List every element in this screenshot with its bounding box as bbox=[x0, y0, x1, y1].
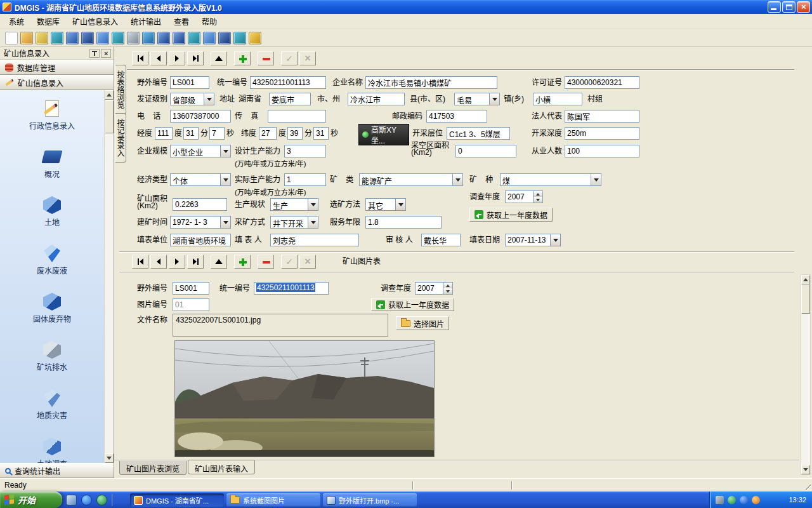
layer-input[interactable] bbox=[447, 127, 510, 140]
copy-icon[interactable] bbox=[96, 32, 109, 44]
lat-sec-input[interactable] bbox=[313, 127, 329, 140]
start-button[interactable]: 开始 bbox=[0, 491, 62, 508]
field-no-input[interactable] bbox=[170, 76, 209, 89]
economy-type-combo[interactable]: 个体 bbox=[170, 173, 231, 186]
nav-delete-button[interactable] bbox=[258, 255, 274, 269]
refresh-icon[interactable] bbox=[51, 32, 63, 44]
built-time-combo[interactable]: 1972- 1- 3 bbox=[170, 216, 231, 229]
scroll-up-button[interactable] bbox=[801, 275, 810, 284]
taskbar-task-folder[interactable]: 系统截图图片 bbox=[226, 493, 320, 507]
map-icon[interactable] bbox=[233, 32, 246, 44]
sidebar-item-wastewater[interactable]: 废水废液 bbox=[4, 243, 100, 276]
mine-class-combo[interactable]: 能源矿产 bbox=[359, 173, 463, 186]
nav-first-button[interactable] bbox=[132, 255, 148, 269]
tab-picture-browse[interactable]: 矿山图片表浏览 bbox=[119, 461, 187, 475]
nav-insert-button[interactable] bbox=[234, 255, 251, 269]
nav-last-button[interactable] bbox=[187, 255, 204, 269]
print-icon[interactable] bbox=[127, 32, 140, 44]
service-life-input[interactable] bbox=[365, 216, 442, 229]
chevron-down-icon[interactable] bbox=[550, 234, 560, 246]
sidebar-item-solid-waste[interactable]: 固体废弃物 bbox=[4, 291, 100, 324]
menu-view[interactable]: 查看 bbox=[167, 14, 195, 29]
chevron-down-icon[interactable] bbox=[220, 217, 230, 228]
production-status-combo[interactable]: 生产 bbox=[270, 198, 318, 211]
sidebar-item-admin-info[interactable]: 行政信息录入 bbox=[4, 98, 100, 131]
alert-icon[interactable] bbox=[752, 496, 760, 504]
sidebar-item-overview[interactable]: 概况 bbox=[4, 146, 100, 179]
sidebar-item-query-output[interactable]: 查询统计输出 bbox=[0, 463, 114, 478]
sidebar-item-database-manage[interactable]: 数据库管理 bbox=[0, 60, 114, 75]
close-button[interactable]: × bbox=[797, 1, 810, 13]
zip-input[interactable] bbox=[426, 110, 487, 123]
spin-down-icon[interactable] bbox=[534, 197, 542, 203]
nav-next-button[interactable] bbox=[169, 255, 185, 269]
pic-no-input[interactable] bbox=[173, 298, 209, 311]
chevron-down-icon[interactable] bbox=[395, 199, 405, 210]
depth-input[interactable] bbox=[565, 127, 639, 140]
sidebar-item-pit-drainage[interactable]: 矿坑排水 bbox=[4, 339, 100, 372]
picture-scrollbar[interactable] bbox=[801, 274, 811, 475]
sidebar-item-geo-hazard[interactable]: 地质灾害 bbox=[4, 387, 100, 420]
pic-uniform-no-input[interactable]: 43250211001113 bbox=[254, 282, 329, 295]
lon-min-input[interactable] bbox=[183, 127, 199, 140]
columns-icon[interactable] bbox=[203, 32, 216, 44]
fill-org-input[interactable] bbox=[170, 234, 231, 246]
prefecture-input[interactable] bbox=[348, 93, 405, 105]
license-input[interactable] bbox=[565, 76, 639, 89]
tab-picture-input[interactable]: 矿山图片表输入 bbox=[188, 460, 255, 474]
pic-field-no-input[interactable] bbox=[173, 282, 209, 295]
actual-capacity-input[interactable] bbox=[284, 173, 326, 186]
chevron-down-icon[interactable] bbox=[204, 93, 214, 105]
spin-down-icon[interactable] bbox=[443, 288, 452, 294]
nav-next-button[interactable] bbox=[169, 51, 185, 65]
town-input[interactable] bbox=[533, 93, 582, 105]
fax-input[interactable] bbox=[268, 110, 326, 123]
pic-fetch-previous-year-button[interactable]: 获取上一年度数据 bbox=[371, 298, 454, 311]
lon-sec-input[interactable] bbox=[209, 127, 225, 140]
chevron-down-icon[interactable] bbox=[220, 145, 230, 157]
chevron-down-icon[interactable] bbox=[591, 174, 601, 185]
filler-input[interactable] bbox=[270, 234, 359, 246]
sidebar-close-button[interactable] bbox=[101, 49, 111, 58]
beneficiation-combo[interactable]: 其它 bbox=[365, 198, 406, 211]
nav-delete-button[interactable] bbox=[258, 51, 274, 65]
city-input[interactable] bbox=[269, 93, 311, 105]
chevron-down-icon[interactable] bbox=[308, 199, 318, 210]
maximize-button[interactable] bbox=[782, 1, 796, 13]
auditor-input[interactable] bbox=[421, 234, 461, 246]
buildings-icon[interactable] bbox=[218, 32, 231, 44]
move-down-icon[interactable] bbox=[173, 32, 185, 44]
lon-deg-input[interactable] bbox=[155, 127, 173, 140]
design-capacity-input[interactable] bbox=[284, 145, 326, 157]
pin-button[interactable] bbox=[89, 49, 100, 58]
scroll-up-button[interactable] bbox=[105, 90, 114, 100]
mine-area-input[interactable] bbox=[173, 198, 227, 211]
file-name-box[interactable]: 4325022007LS00101.jpg bbox=[173, 314, 388, 337]
open-icon[interactable] bbox=[20, 32, 33, 44]
sidebar-item-land[interactable]: 土地 bbox=[4, 194, 100, 227]
mine-kind-combo[interactable]: 煤 bbox=[500, 173, 601, 186]
fill-date-combo[interactable]: 2007-11-13 bbox=[505, 234, 561, 246]
nav-last-button[interactable] bbox=[187, 51, 204, 65]
tab-table-browse[interactable]: 按表格浏览 bbox=[115, 65, 126, 114]
lat-min-input[interactable] bbox=[287, 127, 303, 140]
nav-up-button[interactable] bbox=[211, 51, 227, 65]
database-icon[interactable] bbox=[81, 32, 94, 44]
table-icon[interactable] bbox=[66, 32, 79, 44]
antivirus-icon[interactable] bbox=[728, 496, 736, 504]
mining-mode-combo[interactable]: 井下开采 bbox=[270, 216, 318, 229]
resize-grip[interactable] bbox=[804, 483, 811, 490]
scale-combo[interactable]: 小型企业 bbox=[170, 145, 231, 157]
nav-post-button[interactable] bbox=[281, 255, 298, 269]
nav-prev-button[interactable] bbox=[150, 51, 167, 65]
staff-input[interactable] bbox=[565, 145, 639, 157]
edit-icon[interactable] bbox=[36, 32, 48, 44]
cert-level-combo[interactable]: 省部级 bbox=[170, 93, 214, 105]
goaf-area-input[interactable] bbox=[455, 145, 516, 157]
uniform-no-input[interactable] bbox=[250, 76, 326, 89]
sidebar-scrollbar[interactable] bbox=[104, 90, 114, 463]
minimize-button[interactable] bbox=[768, 1, 781, 13]
ruler-icon[interactable] bbox=[188, 32, 200, 44]
gauss-xy-button[interactable]: 高斯XY坐... bbox=[358, 124, 409, 145]
show-desktop-icon[interactable] bbox=[66, 495, 77, 505]
